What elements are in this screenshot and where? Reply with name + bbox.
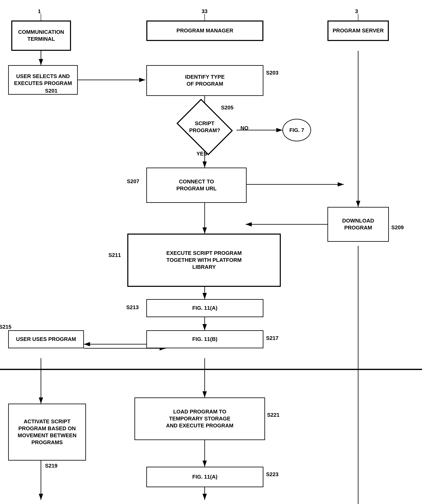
divider xyxy=(0,369,422,370)
no-label: NO xyxy=(240,125,248,131)
communication-terminal-box: COMMUNICATION TERMINAL xyxy=(11,20,71,51)
s205-label: S205 xyxy=(221,104,234,111)
s223-label: S223 xyxy=(266,471,279,478)
col3-label: 3 xyxy=(355,8,358,15)
program-server-box: PROGRAM SERVER xyxy=(328,20,389,41)
script-program-diamond-wrapper: SCRIPT PROGRAM? xyxy=(179,104,230,150)
program-manager-box: PROGRAM MANAGER xyxy=(146,20,264,41)
s215-label: S215 xyxy=(0,324,12,330)
connect-url-box: CONNECT TO PROGRAM URL xyxy=(146,168,247,203)
activate-script-box: ACTIVATE SCRIPT PROGRAM BASED ON MOVEMEN… xyxy=(8,404,86,461)
s217-label: S217 xyxy=(266,335,279,341)
download-program-box: DOWNLOAD PROGRAM xyxy=(328,207,389,242)
fig7-circle: FIG. 7 xyxy=(282,119,311,141)
s201-label: S201 xyxy=(45,88,58,94)
identify-type-box: IDENTIFY TYPE OF PROGRAM xyxy=(146,65,264,96)
col2-label: 33 xyxy=(202,8,207,15)
s221-label: S221 xyxy=(267,412,280,418)
script-program-text: SCRIPT PROGRAM? xyxy=(189,120,220,134)
col1-label: 1 xyxy=(38,8,41,15)
s209-label: S209 xyxy=(391,224,404,231)
s213-label: S213 xyxy=(126,304,139,311)
fig11a-second-box: FIG. 11(A) xyxy=(146,467,264,487)
s207-label: S207 xyxy=(127,178,139,185)
s203-label: S203 xyxy=(266,70,279,76)
fig11b-box: FIG. 11(B) xyxy=(146,330,264,348)
load-program-box: LOAD PROGRAM TO TEMPORARY STORAGE AND EX… xyxy=(135,397,265,440)
yes-label: YES xyxy=(196,150,207,157)
user-uses-box: USER USES PROGRAM xyxy=(8,330,84,348)
execute-script-box: EXECUTE SCRIPT PROGRAM TOGETHER WITH PLA… xyxy=(127,234,281,287)
user-selects-box: USER SELECTS AND EXECUTES PROGRAM xyxy=(8,65,78,95)
diagram: 1 33 3 COMMUNICATION TERMINAL PROGRAM MA… xyxy=(0,0,422,504)
fig11a-first-box: FIG. 11(A) xyxy=(146,299,264,317)
s211-label: S211 xyxy=(108,252,121,258)
s219-label: S219 xyxy=(45,463,58,469)
